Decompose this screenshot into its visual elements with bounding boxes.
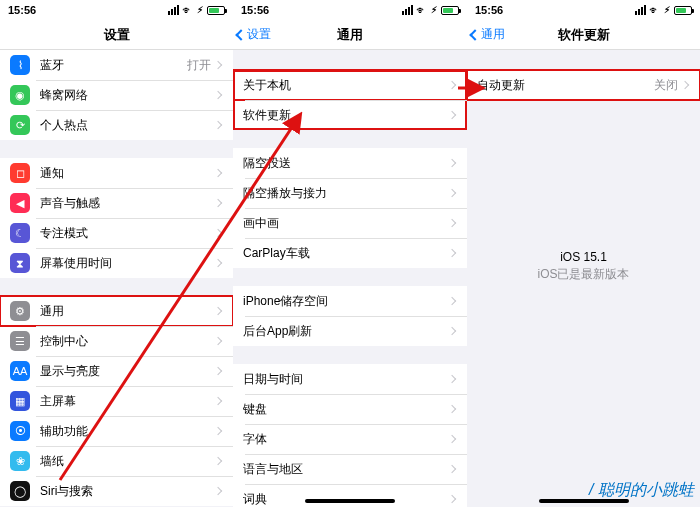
phone-software-update: 15:56 ᯤ ⚡︎ 通用 软件更新 自动更新 关闭 iOS 15.1 iOS已… [467,0,700,507]
general-list[interactable]: 关于本机软件更新 隔空投送隔空播放与接力画中画CarPlay车载 iPhone储… [233,50,467,507]
row-dictionary[interactable]: 词典 [233,484,467,507]
settings-list[interactable]: ⌇蓝牙打开◉蜂窝网络⟳个人热点 ◻通知◀︎声音与触感☾专注模式⧗屏幕使用时间 ⚙… [0,50,233,507]
signal-icon [635,5,646,15]
display-icon: AA [10,361,30,381]
row-carplay[interactable]: CarPlay车载 [233,238,467,268]
row-label: 键盘 [243,401,449,418]
battery-icon [674,6,692,15]
chevron-right-icon [214,199,222,207]
row-label: 蜂窝网络 [40,87,215,104]
row-keyboard[interactable]: 键盘 [233,394,467,424]
back-label: 设置 [247,26,271,43]
status-bar: 15:56 ᯤ ⚡︎ [467,0,700,20]
row-wallpaper[interactable]: ❀墙纸 [0,446,233,476]
chevron-right-icon [448,111,456,119]
row-about[interactable]: 关于本机 [233,70,467,100]
back-button[interactable]: 设置 [233,26,271,43]
ios-version: iOS 15.1 [467,250,700,264]
row-label: 控制中心 [40,333,215,350]
charging-icon: ⚡︎ [197,5,203,15]
row-sounds[interactable]: ◀︎声音与触感 [0,188,233,218]
chevron-right-icon [448,249,456,257]
chevron-right-icon [214,487,222,495]
row-hotspot[interactable]: ⟳个人热点 [0,110,233,140]
status-time: 15:56 [475,4,503,16]
row-iphone-storage[interactable]: iPhone储存空间 [233,286,467,316]
row-label: 关于本机 [243,77,449,94]
row-label: 画中画 [243,215,449,232]
row-label: 专注模式 [40,225,215,242]
row-label: iPhone储存空间 [243,293,449,310]
row-label: 屏幕使用时间 [40,255,215,272]
ios-status: iOS已是最新版本 [467,266,700,283]
chevron-right-icon [448,465,456,473]
status-time: 15:56 [8,4,36,16]
chevron-right-icon [448,219,456,227]
chevron-left-icon [469,29,480,40]
chevron-right-icon [214,121,222,129]
nav-bar: 设置 [0,20,233,50]
chevron-right-icon [214,307,222,315]
row-label: 字体 [243,431,449,448]
row-bluetooth[interactable]: ⌇蓝牙打开 [0,50,233,80]
row-airdrop[interactable]: 隔空投送 [233,148,467,178]
chevron-right-icon [681,81,689,89]
status-icons: ᯤ ⚡︎ [635,4,692,16]
back-button[interactable]: 通用 [467,26,505,43]
row-label: 隔空投送 [243,155,449,172]
row-screentime[interactable]: ⧗屏幕使用时间 [0,248,233,278]
row-focus[interactable]: ☾专注模式 [0,218,233,248]
charging-icon: ⚡︎ [431,5,437,15]
focus-icon: ☾ [10,223,30,243]
row-label: 通用 [40,303,215,320]
row-label: 软件更新 [243,107,449,124]
home-indicator [305,499,395,503]
row-display[interactable]: AA显示与亮度 [0,356,233,386]
row-software-update[interactable]: 软件更新 [233,100,467,130]
row-auto-update[interactable]: 自动更新 关闭 [467,70,700,100]
chevron-left-icon [235,29,246,40]
home-screen-icon: ▦ [10,391,30,411]
row-fonts[interactable]: 字体 [233,424,467,454]
row-label: 主屏幕 [40,393,215,410]
signal-icon [168,5,179,15]
sounds-icon: ◀︎ [10,193,30,213]
chevron-right-icon [448,495,456,503]
update-status: iOS 15.1 iOS已是最新版本 [467,250,700,283]
chevron-right-icon [214,457,222,465]
chevron-right-icon [214,367,222,375]
chevron-right-icon [214,427,222,435]
chevron-right-icon [448,405,456,413]
siri-icon: ◯ [10,481,30,501]
nav-bar: 设置 通用 [233,20,467,50]
chevron-right-icon [214,337,222,345]
row-label: 后台App刷新 [243,323,449,340]
row-date-time[interactable]: 日期与时间 [233,364,467,394]
row-background-refresh[interactable]: 后台App刷新 [233,316,467,346]
watermark: / 聪明的小跳蛙 [589,480,694,501]
row-label: 隔空播放与接力 [243,185,449,202]
row-pip[interactable]: 画中画 [233,208,467,238]
notifications-icon: ◻ [10,163,30,183]
status-time: 15:56 [241,4,269,16]
row-control-center[interactable]: ☰控制中心 [0,326,233,356]
row-airplay[interactable]: 隔空播放与接力 [233,178,467,208]
row-language-region[interactable]: 语言与地区 [233,454,467,484]
row-accessibility[interactable]: ⦿辅助功能 [0,416,233,446]
chevron-right-icon [448,297,456,305]
wallpaper-icon: ❀ [10,451,30,471]
general-icon: ⚙︎ [10,301,30,321]
row-home-screen[interactable]: ▦主屏幕 [0,386,233,416]
row-general[interactable]: ⚙︎通用 [0,296,233,326]
row-label: 声音与触感 [40,195,215,212]
row-label: 个人热点 [40,117,215,134]
row-cellular[interactable]: ◉蜂窝网络 [0,80,233,110]
phone-general: 15:56 ᯤ ⚡︎ 设置 通用 关于本机软件更新 隔空投送隔空播放与接力画中画… [233,0,467,507]
row-label: Siri与搜索 [40,483,215,500]
row-notifications[interactable]: ◻通知 [0,158,233,188]
row-label: 蓝牙 [40,57,187,74]
row-value: 打开 [187,57,211,74]
row-siri[interactable]: ◯Siri与搜索 [0,476,233,506]
row-value: 关闭 [654,77,678,94]
battery-icon [207,6,225,15]
